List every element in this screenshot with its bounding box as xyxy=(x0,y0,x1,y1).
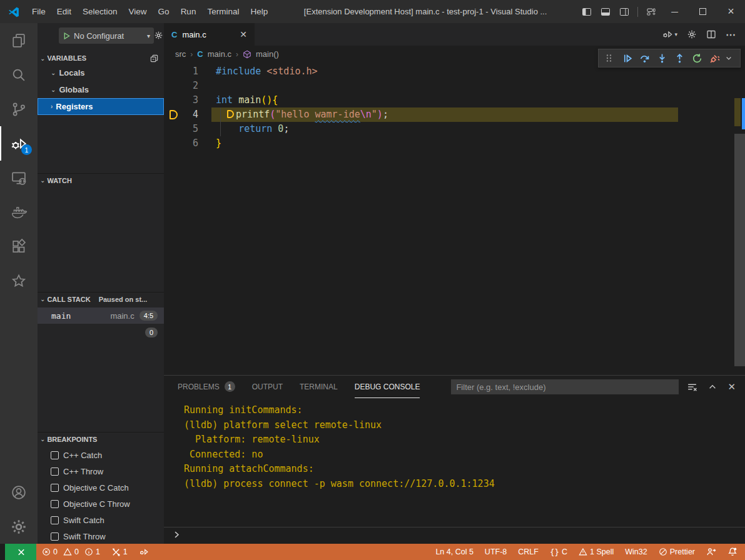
activity-extensions[interactable] xyxy=(0,229,38,264)
variables-section-header[interactable]: ⌄ VARIABLES xyxy=(38,51,164,65)
activity-remote-explorer[interactable] xyxy=(0,161,38,195)
menu-selection[interactable]: Selection xyxy=(77,0,123,23)
cursor-position[interactable]: Ln 4, Col 5 xyxy=(430,544,479,560)
editor-gutter[interactable]: 5 xyxy=(164,122,216,136)
activity-search[interactable] xyxy=(0,58,38,92)
editor-settings-gear-icon[interactable] xyxy=(687,29,697,39)
activity-manage[interactable] xyxy=(0,509,38,544)
breakpoint-row[interactable]: Swift Throw xyxy=(38,528,164,544)
breakpoint-checkbox[interactable] xyxy=(51,532,59,541)
scrollbar[interactable] xyxy=(734,62,745,375)
tab-main-c[interactable]: C main.c ✕ xyxy=(164,23,255,46)
code-line-6[interactable]: 6} xyxy=(164,136,745,151)
panel-tab-problems[interactable]: PROBLEMS1 xyxy=(178,376,235,398)
breakpoint-checkbox[interactable] xyxy=(51,500,59,508)
restart-button[interactable] xyxy=(688,49,706,67)
activity-explorer[interactable] xyxy=(0,23,38,58)
breadcrumb-file[interactable]: main.c xyxy=(208,49,231,59)
breadcrumb-src[interactable]: src xyxy=(175,49,186,59)
clear-console-icon[interactable] xyxy=(687,382,697,392)
more-actions-icon[interactable]: ⋯ xyxy=(726,29,736,41)
encoding[interactable]: UTF-8 xyxy=(479,544,512,560)
activity-run-and-debug[interactable]: 1 xyxy=(0,126,38,161)
minimize-button[interactable]: ─ xyxy=(661,0,689,23)
feedback-button[interactable] xyxy=(701,544,722,560)
watch-section-header[interactable]: ⌄ WATCH xyxy=(38,173,164,187)
breakpoint-checkbox[interactable] xyxy=(51,484,59,492)
breakpoint-row[interactable]: C++ Catch xyxy=(38,447,164,463)
code-line-2[interactable]: 2 xyxy=(164,79,745,93)
breakpoint-row[interactable]: Swift Catch xyxy=(38,512,164,528)
variables-item-locals[interactable]: ⌄Locals xyxy=(38,64,164,81)
copy-value-icon[interactable] xyxy=(150,54,159,63)
platform-target[interactable]: Win32 xyxy=(619,544,652,560)
notifications-bell[interactable] xyxy=(722,544,745,560)
code-editor[interactable]: 1#include <stdio.h>23int main(){4 printf… xyxy=(164,62,745,375)
activity-source-control[interactable] xyxy=(0,92,38,126)
editor-gutter[interactable]: 4 xyxy=(164,108,216,122)
toggle-sidebar-icon[interactable] xyxy=(577,0,596,23)
breakpoints-section-header[interactable]: ⌄ BREAKPOINTS xyxy=(38,432,164,446)
toggle-panel-icon[interactable] xyxy=(596,0,615,23)
breakpoint-checkbox[interactable] xyxy=(51,468,59,476)
breakpoint-row[interactable]: Objective C Throw xyxy=(38,496,164,512)
problems-status[interactable]: 0 0 1 xyxy=(36,544,106,560)
remote-indicator[interactable] xyxy=(5,544,36,560)
code-line-4[interactable]: 4 printf("hello wamr-ide\n"); xyxy=(164,108,745,122)
menu-terminal[interactable]: Terminal xyxy=(201,0,245,23)
run-or-debug-button[interactable]: ▾ xyxy=(662,29,677,40)
scrollbar-slider[interactable] xyxy=(734,134,745,366)
step-out-button[interactable] xyxy=(671,49,688,67)
editor-gutter[interactable]: 3 xyxy=(164,93,216,108)
close-button[interactable]: × xyxy=(717,0,745,23)
code-line-5[interactable]: 5 return 0; xyxy=(164,122,745,136)
customize-layout-icon[interactable] xyxy=(642,0,661,23)
maximize-button[interactable] xyxy=(689,0,717,23)
editor-gutter[interactable]: 1 xyxy=(164,64,216,79)
tools-status[interactable]: 1 xyxy=(106,544,133,560)
panel-tab-output[interactable]: OUTPUT xyxy=(252,376,283,398)
panel-tab-debug-console[interactable]: DEBUG CONSOLE xyxy=(355,376,420,398)
breakpoint-row[interactable]: Objective C Catch xyxy=(38,479,164,496)
variables-item-globals[interactable]: ⌄Globals xyxy=(38,81,164,98)
breakpoint-checkbox[interactable] xyxy=(51,451,59,459)
split-editor-icon[interactable] xyxy=(706,29,716,39)
debug-status-icon[interactable] xyxy=(133,544,155,560)
toggle-secondary-sidebar-icon[interactable] xyxy=(615,0,634,23)
panel-tab-terminal[interactable]: TERMINAL xyxy=(300,376,338,398)
editor-gutter[interactable]: 6 xyxy=(164,136,216,151)
launch-settings-gear-icon[interactable] xyxy=(154,31,163,40)
disconnect-button[interactable] xyxy=(706,49,723,67)
language-mode[interactable]: {} C xyxy=(544,544,573,560)
continue-button[interactable] xyxy=(618,49,636,67)
call-stack-frame[interactable]: main main.c 4:5 xyxy=(38,308,164,324)
activity-wamr-ide[interactable] xyxy=(0,264,38,298)
menu-go[interactable]: Go xyxy=(153,0,175,23)
eol-sequence[interactable]: CRLF xyxy=(512,544,544,560)
menu-edit[interactable]: Edit xyxy=(51,0,77,23)
menu-file[interactable]: File xyxy=(26,0,51,23)
debug-session-dropdown-icon[interactable] xyxy=(723,49,734,67)
menu-help[interactable]: Help xyxy=(245,0,273,23)
breakpoint-row[interactable]: C++ Throw xyxy=(38,463,164,479)
menu-view[interactable]: View xyxy=(123,0,153,23)
debug-configuration-dropdown[interactable]: No Configurat ▾ xyxy=(59,28,154,44)
breakpoint-checkbox[interactable] xyxy=(51,516,59,524)
editor-gutter[interactable]: 2 xyxy=(164,79,216,93)
close-panel-icon[interactable]: ✕ xyxy=(727,381,736,392)
activity-docker[interactable] xyxy=(0,195,38,229)
spell-checker-status[interactable]: 1 Spell xyxy=(573,544,619,560)
tab-close-icon[interactable]: ✕ xyxy=(240,29,247,39)
code-line-3[interactable]: 3int main(){ xyxy=(164,93,745,108)
console-filter-input[interactable]: Filter (e.g. text, !exclude) xyxy=(451,379,679,394)
debug-console-input[interactable] xyxy=(164,527,745,542)
variables-item-registers[interactable]: ›Registers xyxy=(38,98,164,115)
call-stack-section-header[interactable]: ⌄ CALL STACK Paused on st... xyxy=(38,292,164,306)
menu-run[interactable]: Run xyxy=(175,0,202,23)
formatter-status[interactable]: Prettier xyxy=(653,544,701,560)
step-into-button[interactable] xyxy=(653,49,671,67)
maximize-panel-icon[interactable] xyxy=(708,382,717,391)
step-over-button[interactable] xyxy=(636,49,653,67)
breadcrumb-symbol[interactable]: main() xyxy=(256,49,279,59)
activity-accounts[interactable] xyxy=(0,475,38,509)
